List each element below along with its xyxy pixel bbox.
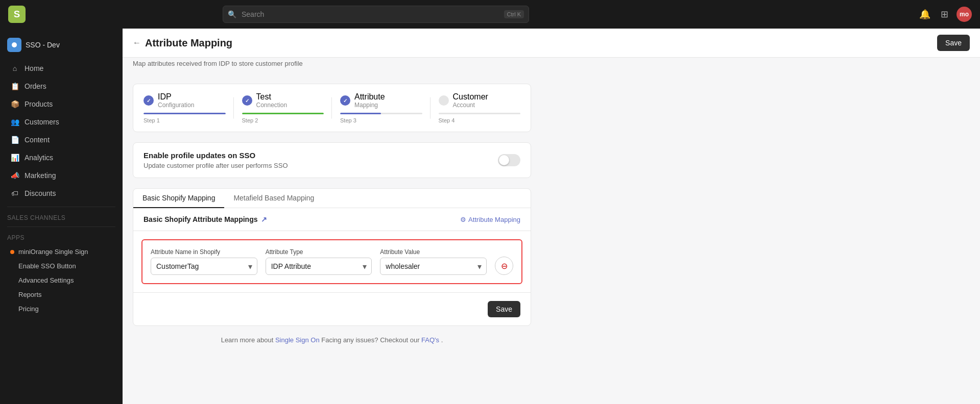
- step-circle-3: ✓: [340, 95, 350, 106]
- enable-profile-toggle[interactable]: [498, 154, 520, 166]
- toggle-knob: [499, 155, 509, 165]
- external-link-icon[interactable]: ↗: [261, 215, 267, 223]
- customers-icon: 👥: [10, 117, 19, 127]
- store-icon: [7, 38, 21, 52]
- sidebar-item-marketing[interactable]: 📣 Marketing: [3, 167, 119, 184]
- step-idp-config[interactable]: ✓ IDP Configuration Step 1: [144, 92, 234, 123]
- sidebar-item-customers[interactable]: 👥 Customers: [3, 113, 119, 131]
- indent-spacer: [10, 307, 14, 311]
- sidebar-nav: ⌂ Home 📋 Orders 📦 Products 👥 Customers 📄…: [0, 59, 123, 203]
- learn-more-middle: Facing any issues? Checkout our: [321, 336, 421, 344]
- indent-spacer: [10, 264, 14, 268]
- orders-icon: 📋: [10, 82, 19, 91]
- search-input[interactable]: [223, 6, 529, 23]
- attr-name-field: Attribute Name in Shopify CustomerTag Em…: [151, 248, 257, 275]
- sidebar-item-products[interactable]: 📦 Products: [3, 95, 119, 113]
- app-item-label: Enable SSO Button: [18, 262, 76, 270]
- app-item-label: Pricing: [18, 305, 39, 313]
- step-attr-name: Attribute Mapping: [354, 92, 385, 109]
- sidebar-item-analytics[interactable]: 📊 Analytics: [3, 149, 119, 166]
- attr-type-select[interactable]: IDP Attribute Static Value Custom: [266, 258, 372, 275]
- learn-more: Learn more about Single Sign On Facing a…: [133, 336, 531, 354]
- sidebar-item-label: Customers: [25, 118, 59, 126]
- sidebar-item-orders[interactable]: 📋 Orders: [3, 78, 119, 95]
- sidebar-item-home[interactable]: ⌂ Home: [3, 60, 119, 77]
- topbar-right: 🔔 ⊞ mo: [917, 7, 972, 22]
- search-shortcut: Ctrl K: [504, 10, 524, 18]
- step-idp-name: IDP Configuration: [158, 92, 194, 109]
- delete-row-button[interactable]: ⊖: [495, 257, 513, 275]
- single-sign-on-link[interactable]: Single Sign On: [275, 336, 320, 344]
- settings-icon[interactable]: ⊞: [939, 7, 950, 22]
- attr-mapping-label-text: Attribute Mapping: [468, 216, 520, 223]
- step-circle-4: [439, 95, 449, 106]
- step-attr-mapping[interactable]: ✓ Attribute Mapping Step 3: [332, 92, 431, 123]
- step-name: Customer: [453, 92, 488, 102]
- settings-circle-icon: ⚙: [460, 216, 466, 223]
- step-label-2: Step 2: [242, 117, 324, 123]
- svg-text:S: S: [14, 9, 20, 19]
- attr-value-select[interactable]: wholesaler retailer admin: [380, 258, 487, 275]
- step-progress-fill-1: [144, 113, 226, 114]
- store-header[interactable]: SSO - Dev: [0, 33, 123, 57]
- step-progress-2: [242, 113, 324, 114]
- sidebar-item-label: Marketing: [25, 171, 56, 180]
- save-button-top[interactable]: Save: [937, 35, 970, 51]
- step-circle-2: ✓: [242, 95, 252, 106]
- apps-section: miniOrange Single Sign Enable SSO Button…: [0, 244, 123, 316]
- learn-more-prefix: Learn more about: [221, 336, 275, 344]
- step-attr-header: ✓ Attribute Mapping: [340, 92, 422, 109]
- main-content: ← Attribute Mapping Save Map attributes …: [123, 29, 980, 404]
- save-button-bottom[interactable]: Save: [488, 301, 520, 317]
- sidebar-item-label: Home: [25, 64, 43, 72]
- sidebar-item-pricing[interactable]: Pricing: [3, 302, 119, 316]
- sidebar: SSO - Dev ⌂ Home 📋 Orders 📦 Products 👥 C…: [0, 29, 123, 404]
- tabs-card: Basic Shopify Mapping Metafield Based Ma…: [133, 188, 531, 326]
- shopify-logo: S: [8, 6, 26, 23]
- sidebar-item-enable-sso[interactable]: Enable SSO Button: [3, 259, 119, 273]
- search-bar[interactable]: 🔍 Ctrl K: [223, 6, 529, 23]
- step-progress-fill-2: [242, 113, 324, 114]
- sidebar-item-reports[interactable]: Reports: [3, 288, 119, 301]
- tab-basic-shopify[interactable]: Basic Shopify Mapping: [133, 189, 224, 208]
- sidebar-item-content[interactable]: 📄 Content: [3, 131, 119, 148]
- bell-icon[interactable]: 🔔: [917, 7, 933, 22]
- attr-value-label: Attribute Value: [380, 248, 487, 256]
- layout: SSO - Dev ⌂ Home 📋 Orders 📦 Products 👥 C…: [0, 29, 980, 404]
- step-name: Test: [256, 92, 288, 102]
- step-test-header: ✓ Test Connection: [242, 92, 324, 109]
- attr-mapping-action[interactable]: ⚙ Attribute Mapping: [460, 216, 520, 223]
- app-item-label: Advanced Settings: [18, 276, 74, 284]
- attr-type-select-wrap: IDP Attribute Static Value Custom: [266, 258, 372, 275]
- tab-metafield[interactable]: Metafield Based Mapping: [224, 189, 323, 208]
- discounts-icon: 🏷: [10, 189, 19, 198]
- step-test-conn[interactable]: ✓ Test Connection Step 2: [234, 92, 332, 123]
- step-label-4: Step 4: [439, 117, 521, 123]
- attr-section-title: Basic Shopify Attribute Mappings ↗: [144, 215, 267, 223]
- sidebar-divider-1: [7, 207, 115, 207]
- step-sub: Configuration: [158, 102, 194, 109]
- sidebar-item-discounts[interactable]: 🏷 Discounts: [3, 185, 119, 202]
- attr-name-select[interactable]: CustomerTag Email FirstName LastName: [151, 258, 257, 275]
- marketing-icon: 📣: [10, 171, 19, 180]
- toggle-description: Update customer profile after user perfo…: [144, 162, 288, 169]
- back-button[interactable]: ←: [133, 38, 141, 47]
- indent-spacer: [10, 279, 14, 283]
- page-title: Attribute Mapping: [145, 37, 232, 49]
- step-label-1: Step 1: [144, 117, 226, 123]
- attr-value-select-wrap: wholesaler retailer admin: [380, 258, 487, 275]
- sidebar-item-miniorange[interactable]: miniOrange Single Sign: [3, 245, 119, 259]
- avatar[interactable]: mo: [957, 7, 972, 22]
- attr-card-header: Basic Shopify Attribute Mappings ↗ ⚙ Att…: [133, 208, 531, 231]
- attr-section-title-text: Basic Shopify Attribute Mappings: [144, 215, 258, 223]
- app-item-label: miniOrange Single Sign: [18, 248, 88, 256]
- topbar: S 🔍 Ctrl K 🔔 ⊞ mo: [0, 0, 980, 29]
- faq-link[interactable]: FAQ's: [421, 336, 439, 344]
- page-subtitle: Map attributes received from IDP to stor…: [123, 58, 980, 73]
- steps-bar: ✓ IDP Configuration Step 1 ✓: [133, 84, 531, 132]
- indent-spacer: [10, 293, 14, 297]
- step-idp-header: ✓ IDP Configuration: [144, 92, 226, 109]
- content-icon: 📄: [10, 135, 19, 144]
- sidebar-item-advanced-settings[interactable]: Advanced Settings: [3, 273, 119, 287]
- step-customer-account[interactable]: Customer Account Step 4: [431, 92, 521, 123]
